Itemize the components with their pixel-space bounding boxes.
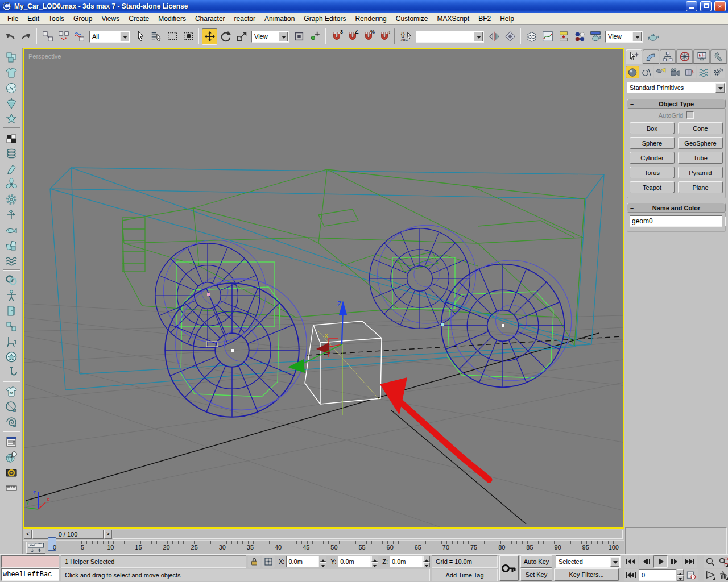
dropdown-arrow-icon[interactable]	[632, 32, 642, 41]
chain-icon[interactable]	[2, 318, 20, 334]
next-frame-arrow[interactable]: >	[104, 530, 112, 539]
menu-item[interactable]: Help	[496, 14, 518, 24]
render-scene-button[interactable]	[588, 28, 603, 45]
menu-item[interactable]: Create	[125, 14, 153, 24]
ruler-icon[interactable]	[2, 480, 20, 495]
menu-item[interactable]: Tools	[44, 14, 68, 24]
x-spinner[interactable]	[320, 556, 326, 567]
plane-button[interactable]: Plane	[678, 181, 723, 193]
selection-filter-dropdown[interactable]: All	[89, 31, 130, 43]
category-systems[interactable]	[711, 66, 725, 78]
shirt-m-icon[interactable]	[2, 384, 20, 399]
fish-icon[interactable]	[2, 222, 20, 238]
align-button[interactable]	[502, 28, 518, 45]
camera-icon[interactable]	[2, 464, 20, 480]
cubes-icon[interactable]	[2, 49, 20, 65]
key-mode-toggle-button[interactable]	[624, 569, 638, 581]
tab-hierarchy[interactable]	[660, 49, 676, 64]
viewport-canvas[interactable]: Z X	[24, 49, 623, 527]
box-button[interactable]: Box	[630, 122, 675, 134]
maxscript-mini-listener[interactable]	[1, 555, 59, 568]
set-keys-button[interactable]	[499, 555, 519, 581]
mini-curve-editor-button[interactable]	[26, 542, 46, 554]
render-type-dropdown[interactable]: View	[605, 31, 643, 43]
wheel-back-right[interactable]	[441, 260, 572, 387]
menu-item[interactable]: File	[3, 14, 22, 24]
selection-lock-toggle[interactable]	[248, 555, 260, 568]
tab-motion[interactable]	[676, 49, 693, 64]
tab-utilities[interactable]	[710, 49, 727, 64]
category-shapes[interactable]	[640, 66, 653, 78]
layer-manager-button[interactable]	[524, 28, 539, 45]
y-spinner[interactable]	[371, 556, 378, 567]
tab-modify[interactable]	[643, 49, 659, 64]
knot-icon[interactable]	[2, 272, 20, 288]
play-button[interactable]	[653, 555, 668, 568]
menu-item[interactable]: Views	[97, 14, 123, 24]
viewport-label[interactable]: Perspective	[28, 53, 61, 60]
maxscript-listener-text[interactable]: wheelLeftBac	[1, 568, 59, 581]
undo-button[interactable]	[2, 28, 18, 45]
object-color-swatch[interactable]	[725, 216, 726, 226]
waves-icon[interactable]	[2, 253, 20, 268]
sphere-button[interactable]: Sphere	[630, 137, 675, 149]
name-color-rollout-header[interactable]: – Name and Color	[627, 203, 726, 213]
hook-icon[interactable]	[2, 364, 20, 380]
category-geometry[interactable]	[626, 66, 639, 78]
material-editor-button[interactable]	[572, 28, 587, 45]
spinner-snap-button[interactable]: ↕	[377, 28, 392, 45]
redo-button[interactable]	[18, 28, 34, 45]
globe-search-icon[interactable]	[2, 449, 20, 464]
menu-item[interactable]: Graph Editors	[300, 14, 350, 24]
previous-frame-arrow[interactable]: <	[24, 530, 32, 539]
menu-item[interactable]: Edit	[23, 14, 43, 24]
bind-to-space-warp-button[interactable]	[72, 28, 87, 45]
menu-item[interactable]: Group	[69, 14, 96, 24]
selected-helper-box[interactable]	[305, 321, 382, 404]
category-helpers[interactable]	[682, 66, 696, 78]
minimize-button[interactable]	[686, 1, 697, 11]
menu-item[interactable]: reactor	[230, 14, 259, 24]
track-bar[interactable]: 0510152025303540455055606570758085909510…	[49, 541, 619, 554]
tab-create[interactable]	[626, 49, 642, 64]
reference-coordinate-dropdown[interactable]: View	[251, 31, 289, 43]
object-name-input[interactable]	[630, 215, 722, 227]
dropdown-arrow-icon[interactable]	[715, 83, 725, 93]
star-icon[interactable]	[2, 111, 20, 126]
percent-snap-button[interactable]: %	[361, 28, 376, 45]
time-slider-track[interactable]	[113, 530, 623, 539]
category-cameras[interactable]	[668, 66, 682, 78]
auto-key-button[interactable]: Auto Key	[520, 555, 552, 568]
cone-button[interactable]: Cone	[678, 122, 723, 134]
pen-icon[interactable]	[2, 161, 20, 176]
cylinder-button[interactable]: Cylinder	[630, 152, 675, 164]
zoom-button[interactable]	[704, 555, 717, 568]
unlink-selection-button[interactable]	[56, 28, 71, 45]
tube-button[interactable]: Tube	[678, 152, 723, 164]
named-selection-dropdown[interactable]	[416, 31, 484, 43]
window-list-icon[interactable]	[2, 434, 20, 449]
category-lights[interactable]	[654, 66, 668, 78]
z-spinner[interactable]	[423, 556, 430, 567]
select-and-move-button[interactable]	[202, 28, 217, 45]
current-frame-field[interactable]: 0	[639, 569, 676, 581]
wheel-front-right[interactable]	[370, 225, 476, 329]
time-configuration-button[interactable]	[684, 569, 698, 581]
geosphere-button[interactable]: GeoSphere	[678, 137, 723, 149]
weather-vane-icon[interactable]	[2, 207, 20, 222]
gear-icon[interactable]	[2, 192, 20, 207]
x-axis-arrow[interactable]	[316, 343, 330, 354]
dropdown-arrow-icon[interactable]	[610, 557, 619, 567]
dropdown-arrow-icon[interactable]	[120, 32, 129, 41]
close-button[interactable]: ×	[714, 1, 726, 11]
x-coordinate-field[interactable]: 0.0m	[286, 556, 319, 567]
previous-frame-button[interactable]	[639, 555, 653, 568]
curve-editor-button[interactable]	[540, 28, 555, 45]
tab-display[interactable]	[693, 49, 710, 64]
next-frame-button[interactable]	[668, 555, 682, 568]
primitive-category-dropdown[interactable]: Standard Primitives	[627, 82, 726, 93]
ball-icon[interactable]	[2, 80, 20, 95]
add-time-tag-button[interactable]: Add Time Tag	[432, 569, 498, 581]
menu-item[interactable]: Character	[191, 14, 229, 24]
rectangular-selection-button[interactable]	[164, 28, 180, 45]
